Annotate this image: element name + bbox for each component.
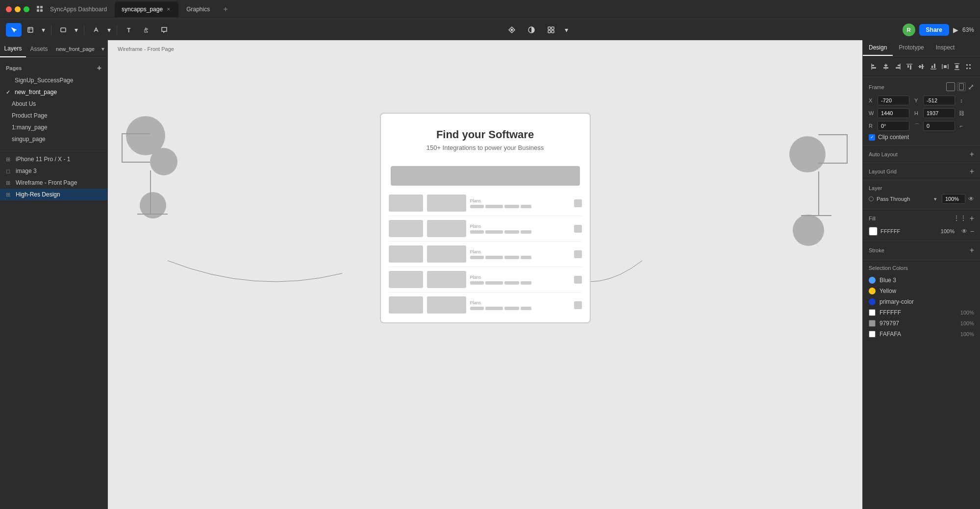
clip-row: ✓ Clip content xyxy=(869,134,974,141)
fafafa-swatch[interactable] xyxy=(869,331,876,338)
constrain-icon[interactable]: ⛓ xyxy=(957,109,966,118)
maximize-button[interactable] xyxy=(24,6,29,12)
stroke-add-button[interactable]: + xyxy=(970,246,974,255)
align-center-h-button[interactable] xyxy=(880,61,891,72)
wf-bar xyxy=(504,281,519,285)
layout-grid-add[interactable]: + xyxy=(970,167,974,176)
h-label: H xyxy=(914,110,921,116)
distribute-h-button[interactable] xyxy=(940,61,950,72)
svg-rect-4 xyxy=(28,27,33,32)
tidy-up-button[interactable] xyxy=(964,61,974,72)
fill-hex[interactable]: FFFFFF xyxy=(880,228,938,234)
blend-dropdown[interactable]: ▾ xyxy=(934,196,937,202)
frame-type-mobile[interactable] xyxy=(957,82,966,91)
page-item-product[interactable]: Product Page xyxy=(0,110,107,121)
layer-iphone[interactable]: ⊞ iPhone 11 Pro / X - 1 xyxy=(0,153,107,165)
wf-plan-mid xyxy=(427,220,466,237)
play-button[interactable]: ▶ xyxy=(953,26,958,34)
svg-rect-3 xyxy=(40,9,43,12)
tab-prototype[interactable]: Prototype xyxy=(893,40,930,56)
add-page-button[interactable]: + xyxy=(97,64,101,73)
pen-dropdown[interactable]: ▾ xyxy=(105,23,113,37)
layer-blend-mode[interactable]: Pass Through xyxy=(877,196,931,202)
tab-assets[interactable]: Assets xyxy=(26,40,52,57)
tab-inspect[interactable]: Inspect xyxy=(930,40,961,56)
align-left-button[interactable] xyxy=(869,61,879,72)
close-button[interactable] xyxy=(6,6,12,12)
page-item-1many[interactable]: 1:many_page xyxy=(0,121,107,133)
frame-selector[interactable]: new_front_page xyxy=(52,46,99,52)
share-button[interactable]: Share xyxy=(919,24,949,36)
svg-rect-10 xyxy=(548,27,551,29)
tab-graphics[interactable]: Graphics xyxy=(179,1,217,17)
clip-checkbox[interactable]: ✓ xyxy=(869,134,875,141)
yellow-swatch[interactable] xyxy=(869,288,876,294)
arrange-dropdown[interactable]: ▾ xyxy=(563,23,571,37)
contrast-icon[interactable] xyxy=(524,23,539,37)
opacity-input[interactable] xyxy=(942,194,965,204)
align-middle-button[interactable] xyxy=(916,61,927,72)
fill-remove[interactable]: − xyxy=(970,227,974,235)
frame-type-desktop[interactable] xyxy=(946,82,955,91)
fill-opacity[interactable]: 100% xyxy=(941,228,958,234)
blue3-swatch[interactable] xyxy=(869,277,876,284)
r-input[interactable] xyxy=(878,121,909,131)
corner-type-icon[interactable]: ⌐ xyxy=(957,121,966,130)
frame-rot-row: R ⌒ ⌐ xyxy=(869,121,974,131)
auto-layout-add[interactable]: + xyxy=(970,150,974,159)
tab-syncapps-page[interactable]: syncapps_page ✕ xyxy=(115,1,178,17)
w-input[interactable] xyxy=(878,108,909,118)
minimize-button[interactable] xyxy=(15,6,21,12)
fill-visibility[interactable]: 👁 xyxy=(961,228,967,235)
wireframe-frame: Find your Software 150+ Integrations to … xyxy=(380,113,591,323)
hand-tool[interactable] xyxy=(139,23,154,37)
979797-swatch[interactable] xyxy=(869,320,876,327)
layer-wireframe[interactable]: ⊞ Wireframe - Front Page xyxy=(0,177,107,189)
corner-input[interactable] xyxy=(923,121,955,131)
frame-tool-dropdown[interactable]: ▾ xyxy=(39,23,47,37)
align-right-button[interactable] xyxy=(892,61,903,72)
add-tab-button[interactable]: + xyxy=(220,3,231,15)
y-input[interactable] xyxy=(923,96,955,105)
grid-icon[interactable] xyxy=(36,5,44,13)
shape-dropdown[interactable]: ▾ xyxy=(72,23,80,37)
fill-adjust-icon[interactable]: ⋮⋮ xyxy=(953,214,967,223)
align-top-button[interactable] xyxy=(905,61,915,72)
link-icon[interactable]: ↕ xyxy=(957,96,966,105)
svg-rect-12 xyxy=(548,30,551,33)
text-tool[interactable]: T xyxy=(121,23,137,37)
pen-tool[interactable] xyxy=(88,23,104,37)
tab-layers[interactable]: Layers xyxy=(0,40,26,57)
page-label: Product Page xyxy=(12,112,48,119)
ffffff-swatch[interactable] xyxy=(869,309,876,316)
fafafa-pct: 100% xyxy=(960,331,974,337)
fill-color-swatch[interactable] xyxy=(869,227,878,236)
arrange-icon[interactable] xyxy=(543,23,559,37)
page-item-newfront[interactable]: ✓ new_front_page xyxy=(0,86,107,98)
primary-swatch[interactable] xyxy=(869,298,876,305)
wf-plan-icon xyxy=(574,250,582,258)
page-label: new_front_page xyxy=(15,89,57,96)
distribute-v-button[interactable] xyxy=(952,61,962,72)
x-input[interactable] xyxy=(878,96,909,105)
frame-resize-icon[interactable]: ⤢ xyxy=(968,82,974,92)
align-bottom-button[interactable] xyxy=(928,61,938,72)
rectangle-tool[interactable] xyxy=(55,23,71,37)
frame-dropdown[interactable]: ▾ xyxy=(99,46,107,52)
page-item-signup[interactable]: SignUp_SuccessPage xyxy=(0,74,107,86)
tab-design[interactable]: Design xyxy=(863,40,893,56)
page-item-singup[interactable]: singup_page xyxy=(0,133,107,145)
visibility-toggle[interactable]: 👁 xyxy=(968,195,974,202)
select-tool[interactable] xyxy=(6,23,22,37)
fill-add-button[interactable]: + xyxy=(970,214,974,223)
tab-close-icon[interactable]: ✕ xyxy=(166,6,172,12)
page-item-about[interactable]: About Us xyxy=(0,98,107,110)
frame-tool[interactable] xyxy=(23,23,38,37)
layer-highres[interactable]: ⊞ High-Res Design xyxy=(0,189,107,200)
comment-tool[interactable] xyxy=(156,23,172,37)
toolbar-center: ▾ xyxy=(174,23,901,37)
layer-image3[interactable]: ◻ image 3 xyxy=(0,165,107,177)
h-input[interactable] xyxy=(923,108,955,118)
component-icon[interactable] xyxy=(504,23,520,37)
zoom-level[interactable]: 63% xyxy=(962,26,974,33)
